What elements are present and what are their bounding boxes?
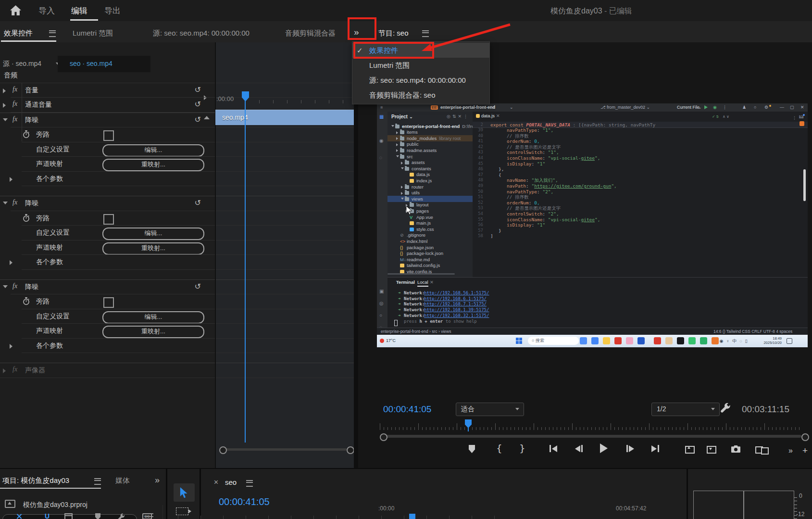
mark-in-button[interactable]: { xyxy=(496,443,502,454)
tab-project[interactable]: 项目: 模仿鱼皮day03 xyxy=(2,476,69,485)
tree-item-readme.md[interactable]: M↓readme.md xyxy=(387,256,473,263)
timeline-timecode[interactable]: 00:00:41:05 xyxy=(219,496,270,507)
effect-scrollbar[interactable] xyxy=(225,448,347,451)
effect-controls-menu-icon[interactable] xyxy=(49,30,56,37)
stopwatch-icon[interactable] xyxy=(23,214,30,222)
dropdown-item-2[interactable]: 源: seo: seo.mp4: 00:00:00:00 xyxy=(352,73,489,88)
program-scroll-handle-left[interactable] xyxy=(380,433,387,441)
timeline-settings-icon[interactable] xyxy=(64,513,73,519)
tab-audio-mixer[interactable]: 音频剪辑混合器 xyxy=(285,29,347,38)
tree-item-src[interactable]: src xyxy=(387,153,473,160)
tree-item-main.js[interactable]: main.js xyxy=(387,220,473,227)
play-button[interactable] xyxy=(600,443,608,453)
playback-resolution-select[interactable]: 1/2 xyxy=(651,403,720,416)
tree-item-.gitignore[interactable]: ⊘.gitignore xyxy=(387,232,473,239)
collapse-audio-icon[interactable] xyxy=(204,113,210,121)
tab-source-monitor[interactable]: 源: seo: seo.mp4: 00:00:00:00 xyxy=(153,29,250,38)
project-file-name[interactable]: 模仿鱼皮day03.prproj xyxy=(23,501,87,509)
tree-item-data.js[interactable]: data.js xyxy=(387,172,473,178)
tree-item-layout[interactable]: layout xyxy=(387,202,473,208)
edit-button[interactable]: 编辑... xyxy=(102,311,204,324)
lift-button[interactable] xyxy=(685,446,695,454)
linked-selection-icon[interactable]: U xyxy=(45,512,50,519)
tree-item-style.css[interactable]: style.css xyxy=(387,226,473,232)
effect-timeline-clip[interactable]: seo.mp4 xyxy=(215,110,354,125)
effect-scroll-handle-right[interactable] xyxy=(347,446,354,454)
tree-item-node_modules[interactable]: node_moduleslibrary root xyxy=(387,135,473,141)
reset-icon[interactable]: ↺ xyxy=(195,85,201,94)
program-scrollbar[interactable] xyxy=(383,435,801,438)
tab-lumetri[interactable]: Lumetri 范围 xyxy=(73,29,113,38)
edit-button[interactable]: 编辑... xyxy=(102,228,204,240)
comparison-view-button[interactable] xyxy=(755,445,769,455)
reset-icon[interactable]: ↺ xyxy=(195,198,201,207)
bypass-checkbox[interactable] xyxy=(103,214,114,225)
timeline-wrench-icon[interactable] xyxy=(117,513,125,519)
dropdown-item-1[interactable]: Lumetri 范围 xyxy=(352,58,489,73)
navigate-up-icon[interactable] xyxy=(5,500,15,508)
track-select-tool[interactable] xyxy=(176,507,188,515)
project-overflow-chevron[interactable]: » xyxy=(155,475,160,485)
program-ruler[interactable] xyxy=(380,420,808,431)
menu-import[interactable]: 导入 xyxy=(38,5,55,16)
menu-edit[interactable]: 编辑 xyxy=(71,5,87,16)
remap-button[interactable]: 重映射... xyxy=(102,242,204,255)
tab-effect-controls[interactable]: 效果控件 xyxy=(4,29,33,38)
params-row[interactable]: 各个参数 xyxy=(0,255,354,270)
reset-icon[interactable]: ↺ xyxy=(195,282,201,291)
tree-item-index.js[interactable]: index.js xyxy=(387,177,473,184)
add-marker-button[interactable] xyxy=(469,445,475,453)
source-clip-tab[interactable]: 源 · seo.mp4 xyxy=(3,60,41,68)
tree-item-utils[interactable]: utils xyxy=(387,190,473,196)
step-back-button[interactable] xyxy=(575,445,583,452)
mark-out-button[interactable]: } xyxy=(519,443,525,454)
effect-row[interactable]: fx降噪↺ xyxy=(0,196,354,211)
timeline-menu-icon[interactable] xyxy=(246,480,253,487)
selection-tool[interactable] xyxy=(174,483,195,502)
program-video-frame[interactable]: ≡ EE enterprise-portal-front-end ⌄ ⎇ fro… xyxy=(377,103,808,347)
extract-button[interactable] xyxy=(707,446,716,454)
export-frame-button[interactable] xyxy=(731,445,740,453)
go-to-in-button[interactable] xyxy=(550,445,557,452)
tree-item-router[interactable]: router xyxy=(387,184,473,190)
audio-section-header[interactable]: 音频 xyxy=(0,68,354,83)
edit-button[interactable]: 编辑... xyxy=(102,144,204,157)
tree-item-index.html[interactable]: <>index.html xyxy=(387,238,473,244)
tree-item-views[interactable]: views xyxy=(387,196,473,202)
tree-item-package.json[interactable]: {}package.json xyxy=(387,244,473,251)
menu-export[interactable]: 导出 xyxy=(104,5,121,16)
remap-button[interactable]: 重映射... xyxy=(102,159,204,171)
project-menu-icon[interactable] xyxy=(94,478,101,485)
reset-icon[interactable]: ↺ xyxy=(195,115,201,124)
params-row[interactable]: 各个参数 xyxy=(0,172,354,187)
effect-scroll-handle-left[interactable] xyxy=(219,446,227,454)
go-to-out-button[interactable] xyxy=(651,445,659,452)
effect-row[interactable]: fx声像器 xyxy=(0,363,354,378)
dropdown-item-3[interactable]: 音频剪辑混合器: seo xyxy=(352,88,489,102)
tree-item-pages[interactable]: pages xyxy=(387,208,473,214)
transport-overflow-button[interactable]: » xyxy=(788,446,793,455)
marker-icon[interactable] xyxy=(95,513,100,519)
bypass-checkbox[interactable] xyxy=(103,297,114,308)
timeline-tab-close-icon[interactable]: ✕ xyxy=(213,479,219,486)
add-button[interactable]: + xyxy=(802,445,808,456)
tree-item-items[interactable]: items xyxy=(387,129,473,136)
stopwatch-icon[interactable] xyxy=(23,297,30,305)
tree-item-tailwind.config.js[interactable]: tailwind.config.js xyxy=(387,263,473,269)
snap-icon[interactable] xyxy=(19,513,20,519)
effect-row[interactable]: fx音量↺ xyxy=(0,83,354,98)
tree-item-App.vue[interactable]: VApp.vue xyxy=(387,214,473,220)
tree-item-constants[interactable]: constants xyxy=(387,165,473,172)
program-scroll-handle-right[interactable] xyxy=(801,433,809,441)
tab-sequence[interactable]: seo xyxy=(225,478,237,486)
home-icon[interactable] xyxy=(10,4,22,16)
step-forward-button[interactable] xyxy=(626,445,634,452)
stopwatch-icon[interactable] xyxy=(23,130,30,139)
zoom-level-select[interactable]: 适合 xyxy=(456,403,524,416)
tab-program-monitor[interactable]: 节目: seo xyxy=(378,29,409,38)
bypass-checkbox[interactable] xyxy=(103,130,114,141)
tab-media[interactable]: 媒体 xyxy=(115,476,130,485)
params-row[interactable]: 各个参数 xyxy=(0,339,354,354)
program-timecode[interactable]: 00:00:41:05 xyxy=(383,404,431,415)
reset-icon[interactable]: ↺ xyxy=(195,100,201,109)
